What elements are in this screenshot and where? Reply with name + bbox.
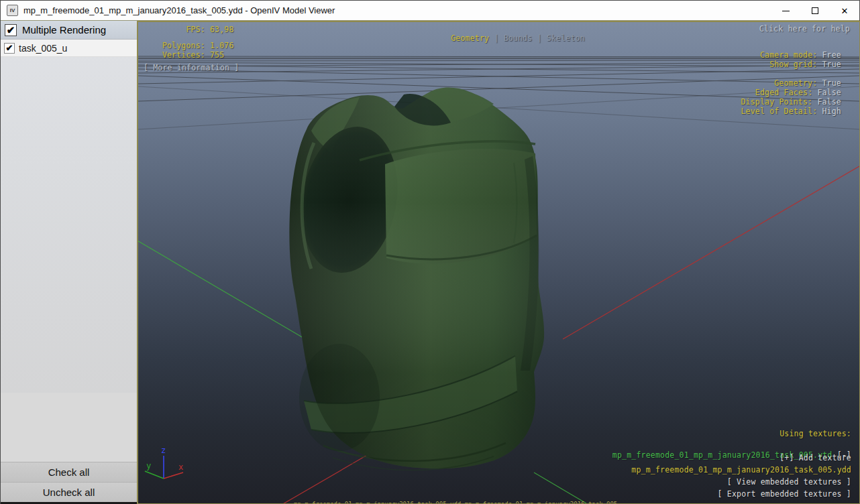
multiple-rendering-checkbox[interactable]: ✔ (5, 24, 17, 36)
axis-x-world-line (563, 166, 859, 339)
app-window: IV mp_m_freemode_01_mp_m_january2016_tas… (0, 0, 860, 504)
tab-skeleton[interactable]: Skeleton (547, 34, 585, 43)
close-icon: ✕ (841, 7, 849, 15)
export-embedded-textures-button[interactable]: [ Export embedded textures ] (718, 489, 851, 499)
tab-geometry[interactable]: Geometry (451, 34, 489, 43)
model-vest (289, 88, 544, 470)
minimize-icon (782, 11, 790, 11)
textures-header: Using textures: (780, 429, 851, 438)
sidebar: ✔ Multiple Rendering ✔ task_005_u 1 Chec… (1, 21, 137, 504)
multiple-rendering-row[interactable]: ✔ Multiple Rendering (1, 21, 137, 40)
model-label: task_005_u (19, 43, 67, 54)
model-checkbox[interactable]: ✔ (4, 43, 15, 54)
tab-separator-1: | (494, 34, 498, 43)
add-texture-button[interactable]: [+] Add texture (780, 453, 851, 462)
uncheck-all-button[interactable]: Uncheck all (1, 482, 137, 502)
app-icon: IV (7, 5, 18, 16)
view-embedded-textures-button[interactable]: [ View embedded textures ] (727, 477, 851, 487)
viewport-frame: z y x FPS: 63,98 Polygons: 1.076 Vertice… (137, 21, 860, 504)
axis-y-label: y (146, 461, 151, 470)
axis-x-label: x (178, 462, 183, 472)
model-list-item[interactable]: ✔ task_005_u (1, 40, 137, 57)
viewport-canvas[interactable]: z y x FPS: 63,98 Polygons: 1.076 Vertice… (138, 22, 859, 503)
multiple-rendering-label: Multiple Rendering (22, 24, 106, 36)
show-grid-value: True (822, 60, 842, 69)
level-of-detail-row[interactable]: Level of Detail: High (702, 97, 841, 125)
tab-separator-2: | (537, 34, 542, 43)
axis-gizmo: z y x (145, 446, 183, 479)
bottom-clipped-text: mp_m_freemode_01_mp_m_january2016_task_0… (294, 501, 855, 503)
close-button[interactable]: ✕ (830, 1, 859, 21)
ydd-file-row: mp_m_freemode_01_mp_m_january2016_task_0… (631, 465, 851, 475)
axis-y-line (145, 471, 164, 479)
level-of-detail-value: High (822, 107, 842, 116)
window-title: mp_m_freemode_01_mp_m_january2016_task_0… (23, 5, 335, 15)
axis-z-label: z (161, 446, 166, 455)
axis-x-world-line-2 (282, 450, 376, 503)
help-link[interactable]: Click here for help (759, 24, 850, 34)
axis-y-world-line (138, 240, 303, 338)
maximize-button[interactable] (800, 1, 830, 21)
level-of-detail-label: Level of Detail: (741, 107, 817, 116)
more-information-link[interactable]: [ More information ] (144, 63, 239, 72)
show-grid-label: Show grid: (769, 60, 817, 69)
window-titlebar: IV mp_m_freemode_01_mp_m_january2016_tas… (1, 1, 859, 21)
maximize-icon (812, 7, 818, 14)
count-panel: 1 (1, 393, 137, 462)
tab-bounds[interactable]: Bounds (504, 34, 533, 43)
axis-x-line (164, 472, 183, 479)
axis-y-world-line-2 (534, 472, 586, 503)
check-all-button[interactable]: Check all (1, 462, 137, 482)
minimize-button[interactable] (771, 1, 800, 21)
